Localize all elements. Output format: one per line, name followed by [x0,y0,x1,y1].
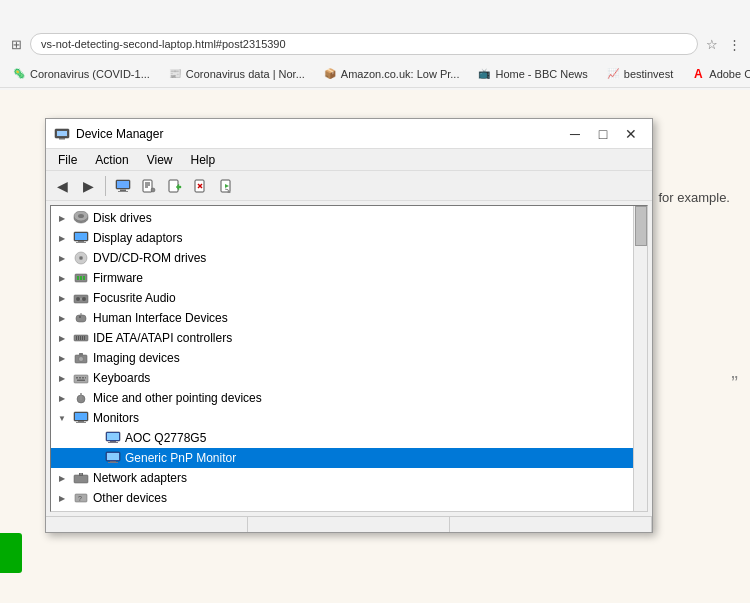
minimize-button[interactable]: ─ [562,124,588,144]
bookmark-amazon[interactable]: 📦 Amazon.co.uk: Low Pr... [315,63,468,85]
page-quote: ” [731,372,738,395]
bookmark-bestinvest[interactable]: 📈 bestinvest [598,63,682,85]
keyboards-icon [72,370,90,386]
uninstall-button[interactable] [189,174,213,198]
tree-item-ide[interactable]: ▶ IDE ATA/ATAPI controllers [51,328,633,348]
scroll-thumb[interactable] [635,206,647,246]
device-tree: ▶ Disk drives ▶ [50,205,648,512]
tree-item-hid[interactable]: ▶ Human Interface Devices [51,308,633,328]
tree-item-firmware[interactable]: ▶ Firmware [51,268,633,288]
menu-icon[interactable]: ⋮ [726,36,742,52]
menu-view[interactable]: View [139,151,181,169]
svg-rect-49 [76,377,78,379]
imaging-label: Imaging devices [93,351,180,365]
expand-dvd: ▶ [55,251,69,265]
close-button[interactable]: ✕ [618,124,644,144]
expand-disk-drives: ▶ [55,211,69,225]
bookmark-corona-data[interactable]: 📰 Coronavirus data | Nor... [160,63,313,85]
tree-item-dvd[interactable]: ▶ DVD/CD-ROM drives [51,248,633,268]
expand-monitors: ▼ [55,411,69,425]
tree-item-display-adaptors[interactable]: ▶ Display adaptors [51,228,633,248]
title-bar: Device Manager ─ □ ✕ [46,119,652,149]
bookmark-bbc-label: Home - BBC News [495,68,587,80]
scan-hardware-button[interactable] [215,174,239,198]
status-pane-2 [248,517,450,532]
tree-item-other-devices[interactable]: ▶ ? Other devices [51,488,633,508]
display-label: Display adaptors [93,231,182,245]
svg-rect-6 [118,191,128,192]
tree-item-monitors[interactable]: ▼ Monitors [51,408,633,428]
menu-action[interactable]: Action [87,151,136,169]
other-devices-label: Other devices [93,491,167,505]
svg-rect-24 [76,242,86,243]
tree-item-disk-drives[interactable]: ▶ Disk drives [51,208,633,228]
tree-item-aoc[interactable]: AOC Q2778G5 [51,428,633,448]
monitors-icon [72,410,90,426]
firmware-icon [72,270,90,286]
other-devices-icon: ? [72,490,90,506]
tree-item-print-queues[interactable]: ▶ Print queues [51,508,633,512]
expand-firmware: ▶ [55,271,69,285]
focusrite-icon [72,290,90,306]
update-driver-button[interactable] [163,174,187,198]
forward-button[interactable]: ▶ [76,174,100,198]
scrollbar[interactable] [633,206,647,511]
bookmark-star-icon[interactable]: ☆ [704,36,720,52]
aoc-label: AOC Q2778G5 [125,431,206,445]
tree-list: ▶ Disk drives ▶ [51,206,633,512]
svg-rect-23 [78,241,84,242]
menu-bar: File Action View Help [46,149,652,171]
bookmarks-bar: 🦠 Coronavirus (COVID-1... 📰 Coronavirus … [0,60,750,88]
svg-point-11 [151,188,155,192]
svg-point-56 [80,393,82,395]
svg-rect-60 [76,422,86,423]
bookmark-adobe[interactable]: A Adobe Cloud [683,63,750,85]
svg-point-46 [79,357,84,362]
window-title: Device Manager [76,127,163,141]
print-queues-icon [72,510,90,512]
svg-rect-53 [77,380,85,382]
expand-imaging: ▶ [55,351,69,365]
bookmark-bbc[interactable]: 📺 Home - BBC News [469,63,595,85]
tree-container: ▶ Disk drives ▶ [46,201,652,516]
back-button[interactable]: ◀ [50,174,74,198]
bbc-favicon: 📺 [477,67,491,81]
generic-pnp-label: Generic PnP Monitor [125,451,236,465]
bookmark-bestinvest-label: bestinvest [624,68,674,80]
dvd-icon [72,250,90,266]
tree-item-network[interactable]: ▶ Network adapters [51,468,633,488]
tree-item-focusrite[interactable]: ▶ Focusrite Audio [51,288,633,308]
menu-help[interactable]: Help [183,151,224,169]
tree-item-mice[interactable]: ▶ Mice and other pointing devices [51,388,633,408]
menu-file[interactable]: File [50,151,85,169]
svg-rect-52 [85,377,86,379]
hid-label: Human Interface Devices [93,311,228,325]
bookmark-adobe-label: Adobe Cloud [709,68,750,80]
mice-icon [72,390,90,406]
svg-rect-12 [169,180,178,192]
svg-rect-50 [79,377,81,379]
title-bar-left: Device Manager [54,126,163,142]
svg-rect-69 [74,475,88,483]
ide-label: IDE ATA/ATAPI controllers [93,331,232,345]
expand-generic-pnp [87,451,101,465]
url-input[interactable]: vs-not-detecting-second-laptop.html#post… [30,33,698,55]
expand-display: ▶ [55,231,69,245]
computer-button[interactable] [111,174,135,198]
bookmark-covid-label: Coronavirus (COVID-1... [30,68,150,80]
url-text: vs-not-detecting-second-laptop.html#post… [41,38,286,50]
bestinvest-favicon: 📈 [606,67,620,81]
properties-button[interactable] [137,174,161,198]
tree-item-keyboards[interactable]: ▶ Keyboards [51,368,633,388]
network-icon [72,470,90,486]
tree-item-imaging[interactable]: ▶ Imaging devices [51,348,633,368]
expand-focusrite: ▶ [55,291,69,305]
maximize-button[interactable]: □ [590,124,616,144]
status-pane-1 [46,517,248,532]
tree-item-generic-pnp[interactable]: Generic PnP Monitor [51,448,633,468]
green-side-button[interactable] [0,533,22,573]
svg-rect-66 [107,453,119,460]
page-body-text: for example. [658,190,730,205]
imaging-icon [72,350,90,366]
bookmark-covid[interactable]: 🦠 Coronavirus (COVID-1... [4,63,158,85]
